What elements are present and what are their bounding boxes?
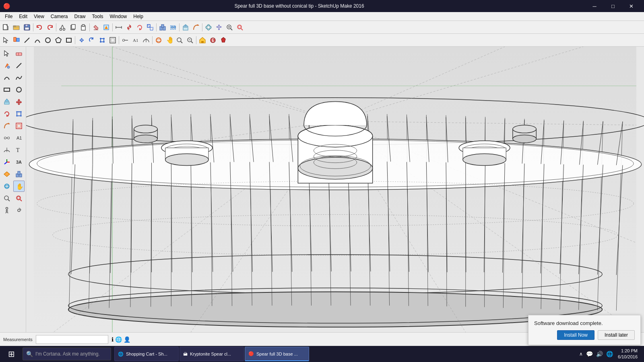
tb-open[interactable] (11, 22, 22, 33)
tb-redo[interactable] (45, 22, 55, 33)
start-button[interactable]: ⊞ (2, 346, 21, 362)
tray-chevron[interactable]: ∧ (578, 351, 584, 357)
menu-file[interactable]: File (2, 12, 16, 21)
menu-view[interactable]: View (31, 12, 47, 21)
status-person-icon[interactable]: 👤 (124, 336, 130, 343)
tb-move[interactable] (124, 22, 134, 33)
tb2-offset[interactable] (107, 35, 118, 45)
tb-components[interactable] (157, 22, 168, 33)
tool-tape[interactable] (1, 132, 12, 144)
tb2-dim[interactable]: A1 (130, 35, 141, 45)
tb-measure[interactable] (114, 22, 124, 33)
menu-window[interactable]: Window (107, 12, 130, 21)
tool-rectangle[interactable] (1, 84, 12, 95)
tool-eraser[interactable] (13, 48, 25, 59)
tool-line[interactable] (13, 60, 25, 71)
tb2-tape[interactable] (120, 35, 130, 45)
tool-zoom[interactable] (1, 193, 12, 204)
menu-draw[interactable]: Draw (71, 12, 89, 21)
tb2-rect[interactable] (64, 35, 74, 45)
install-later-button[interactable]: Install later (598, 330, 635, 340)
close-button[interactable]: ✕ (622, 0, 641, 12)
status-info-icon[interactable]: ℹ (111, 336, 114, 343)
tool-freehand[interactable] (13, 72, 25, 83)
tool-pushpull[interactable] (1, 96, 12, 107)
tool-3dtext[interactable]: 3A (13, 156, 25, 168)
tb-push-pull[interactable] (180, 22, 191, 33)
sep4 (112, 23, 113, 31)
taskbar-app-shopping[interactable]: 🌐 Shopping Cart - Sh... (114, 347, 179, 361)
tb-zoom-view[interactable] (224, 22, 235, 33)
tool-zoom-window[interactable] (13, 193, 25, 204)
tb2-pan2[interactable]: 🤚 (164, 35, 174, 45)
tool-select[interactable] (1, 48, 12, 59)
viewport[interactable] (26, 47, 644, 332)
tb-save[interactable] (22, 22, 32, 33)
tb-zoom-extents[interactable] (235, 22, 245, 33)
tool-arc[interactable] (1, 72, 12, 83)
tray-clock[interactable]: 1:20 PM 6/10/2016 (615, 348, 641, 360)
tool-followme[interactable] (1, 120, 12, 132)
tool-rotate[interactable] (1, 108, 12, 119)
tb-group[interactable] (168, 22, 178, 33)
tb-scale[interactable] (145, 22, 155, 33)
menu-tools[interactable]: Tools (89, 12, 107, 21)
tb-new[interactable] (1, 22, 11, 33)
tool-paint[interactable] (1, 60, 12, 71)
tray-volume[interactable]: 🔊 (594, 351, 605, 357)
tool-offset[interactable] (13, 120, 25, 132)
measurements-input[interactable] (36, 335, 108, 344)
tool-protractor[interactable] (1, 144, 12, 156)
tb2-scale[interactable] (97, 35, 107, 45)
tb2-zoom2[interactable] (174, 35, 185, 45)
tool-move[interactable] (13, 96, 25, 107)
tb2-protractor[interactable] (141, 35, 151, 45)
tb-paint[interactable] (101, 22, 111, 33)
tool-component[interactable] (13, 169, 25, 180)
tb2-polygon[interactable] (53, 35, 64, 45)
tb-erase[interactable] (91, 22, 101, 33)
tb2-line[interactable] (22, 35, 32, 45)
tb2-arc[interactable] (32, 35, 43, 45)
tb2-orbit2[interactable] (153, 35, 164, 45)
tb-orbit[interactable] (203, 22, 214, 33)
tool-section[interactable] (1, 169, 12, 180)
tool-look-around[interactable] (13, 205, 25, 216)
tray-chat[interactable]: 💬 (584, 351, 594, 357)
tb2-circle[interactable] (43, 35, 53, 45)
tb2-paint2[interactable] (11, 35, 22, 45)
tb-pan-view[interactable] (214, 22, 224, 33)
menu-help[interactable]: Help (130, 12, 147, 21)
tb-rotate[interactable] (134, 22, 145, 33)
tray-network[interactable]: 🌐 (605, 351, 615, 357)
tool-pan[interactable]: ✋ (13, 181, 25, 192)
tool-axes[interactable] (1, 156, 12, 168)
tool-dimension[interactable]: A1 (13, 132, 25, 144)
tb2-select[interactable] (1, 35, 11, 45)
tb-follow-me[interactable] (191, 22, 201, 33)
tool-text[interactable]: T (13, 144, 25, 156)
tb2-rotate[interactable] (87, 35, 97, 45)
tool-circle[interactable] (13, 84, 25, 95)
tb2-extension[interactable]: E (208, 35, 218, 45)
install-now-button[interactable]: Install Now (557, 330, 594, 340)
status-geo-icon[interactable]: 🌐 (115, 336, 122, 343)
tb2-zoom-window[interactable] (185, 35, 195, 45)
menu-camera[interactable]: Camera (47, 12, 71, 21)
tb2-move[interactable]: ✥ (76, 35, 87, 45)
taskbar-app-sketchup[interactable]: 🔴 Spear full 3D base ... (245, 347, 309, 361)
tb2-warehouse[interactable] (197, 35, 208, 45)
tool-orbit[interactable] (1, 181, 12, 192)
tb2-ruby[interactable] (218, 35, 229, 45)
tool-walk[interactable] (1, 205, 12, 216)
tb-paste[interactable] (78, 22, 89, 33)
cortana-search[interactable]: 🔍 I'm Cortana. Ask me anything. (23, 348, 111, 360)
minimize-button[interactable]: ─ (585, 0, 604, 12)
menu-edit[interactable]: Edit (16, 12, 31, 21)
tool-scale[interactable] (13, 108, 25, 119)
tb-copy[interactable] (68, 22, 78, 33)
maximize-button[interactable]: □ (604, 0, 622, 12)
tb-undo[interactable] (34, 22, 45, 33)
tb-cut[interactable] (57, 22, 68, 33)
taskbar-app-kryptonite[interactable]: 🏔 Kryptonite Spear cl... (180, 347, 244, 361)
